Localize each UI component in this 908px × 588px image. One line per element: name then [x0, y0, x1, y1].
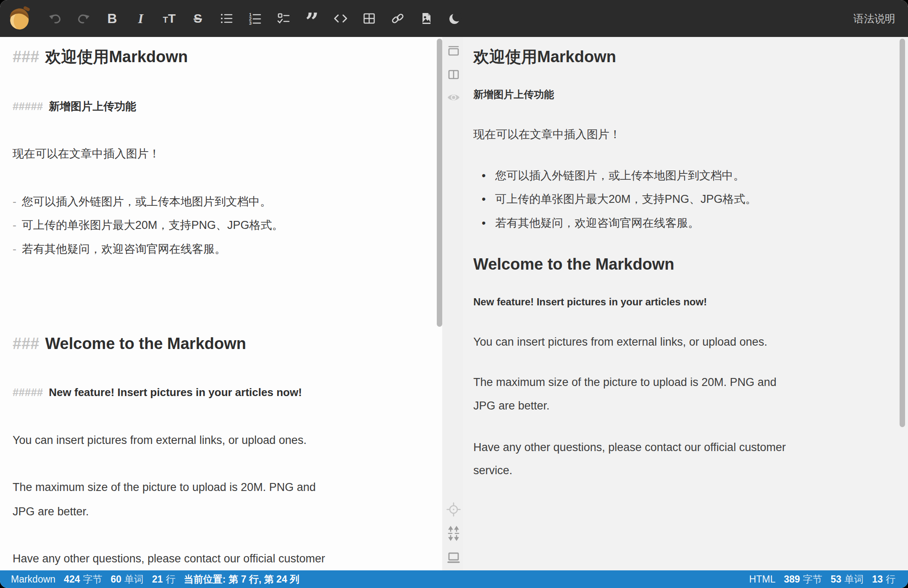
- app-window: B I TT S: [0, 0, 908, 588]
- preview-paragraph: service.: [473, 459, 512, 482]
- code-icon: [332, 11, 349, 26]
- dark-mode-button[interactable]: [441, 0, 469, 37]
- source-format-label: Markdown: [11, 574, 55, 585]
- heading-icon: TT: [163, 11, 176, 26]
- pane-divider: [442, 37, 463, 570]
- caret-position: 当前位置:第 7 行, 第 24 列: [184, 573, 299, 586]
- image-icon: [419, 11, 434, 26]
- editor-scrollbar-thumb[interactable]: [437, 39, 442, 327]
- editor-text: Have any other questions, please contact…: [13, 552, 325, 565]
- markdown-editor[interactable]: ###欢迎使用Markdown #####新增图片上传功能 现在可以在文章中插入…: [0, 37, 442, 570]
- syntax-help-link[interactable]: 语法说明: [853, 12, 895, 26]
- output-format-label: HTML: [749, 574, 776, 585]
- status-right: HTML 389字节 53单词 13行: [749, 573, 895, 586]
- editor-text: JPG are better.: [13, 505, 89, 518]
- locate-cursor-button[interactable]: [446, 501, 462, 517]
- editor-text: Welcome to the Markdown: [45, 335, 246, 352]
- preview-heading: 新增图片上传功能: [473, 83, 554, 106]
- svg-text:3: 3: [249, 21, 252, 26]
- sync-scroll-icon: [446, 526, 461, 541]
- editor-text: The maximum size of the picture to uploa…: [13, 481, 316, 494]
- editor-text: You can insert pictures from external li…: [13, 434, 307, 446]
- md-list-marker: -: [13, 195, 16, 208]
- split-layout-button[interactable]: [446, 66, 462, 82]
- editor-line: The maximum size of the picture to uploa…: [13, 475, 316, 499]
- redo-button[interactable]: [69, 0, 98, 37]
- monitor-icon: [446, 550, 461, 565]
- editor-line: ###欢迎使用Markdown: [13, 42, 188, 72]
- table-icon: [362, 11, 377, 26]
- sync-scroll-button[interactable]: [446, 525, 462, 541]
- editor-text: 新增图片上传功能: [49, 100, 136, 113]
- code-button[interactable]: [326, 0, 355, 37]
- toolbar: B I TT S: [0, 0, 908, 37]
- status-left: Markdown 424字节 60单词 21行 当前位置:第 7 行, 第 24…: [11, 573, 299, 586]
- task-list-button[interactable]: [269, 0, 298, 37]
- editor-line: -若有其他疑问，欢迎咨询官网在线客服。: [13, 237, 226, 261]
- preview-text: 可上传的单张图片最大20M，支持PNG、JPG格式。: [495, 193, 757, 205]
- strikethrough-icon: S: [194, 11, 202, 26]
- table-button[interactable]: [355, 0, 383, 37]
- md-list-marker: -: [13, 243, 16, 255]
- bold-button[interactable]: B: [98, 0, 126, 37]
- editor-line: 现在可以在文章中插入图片！: [13, 142, 160, 166]
- preview-heading: 欢迎使用Markdown: [473, 42, 616, 72]
- editor-text: 欢迎使用Markdown: [45, 48, 188, 66]
- ordered-list-button[interactable]: 1 2 3: [241, 0, 269, 37]
- split-view-icon: [446, 67, 461, 81]
- link-button[interactable]: [383, 0, 412, 37]
- acorn-app-logo[interactable]: [6, 5, 32, 32]
- undo-button[interactable]: [41, 0, 69, 37]
- byte-count: 389字节: [784, 573, 822, 586]
- editor-text: New feature! Insert pictures in your art…: [49, 386, 302, 399]
- preview-toggle-button[interactable]: [446, 89, 462, 105]
- strikethrough-button[interactable]: S: [184, 0, 212, 37]
- preview-list-item: •可上传的单张图片最大20M，支持PNG、JPG格式。: [482, 187, 757, 211]
- italic-button[interactable]: I: [126, 0, 155, 37]
- bold-icon: B: [107, 11, 117, 26]
- preview-text: 您可以插入外链图片，或上传本地图片到文档中。: [495, 169, 745, 182]
- crosshair-icon: [446, 502, 461, 517]
- editor-line: #####New feature! Insert pictures in you…: [13, 380, 302, 404]
- editor-line: -可上传的单张图片最大20M，支持PNG、JPG格式。: [13, 213, 283, 237]
- unordered-list-button[interactable]: [212, 0, 241, 37]
- heading-button[interactable]: TT: [155, 0, 184, 37]
- italic-icon: I: [138, 11, 143, 26]
- moon-icon: [447, 11, 462, 26]
- line-count: 13行: [872, 573, 895, 586]
- editor-text: 现在可以在文章中插入图片！: [13, 147, 160, 160]
- eye-icon: [446, 90, 461, 105]
- preview-paragraph: The maximum size of the picture to uploa…: [473, 370, 777, 394]
- editor-line: -您可以插入外链图片，或上传本地图片到文档中。: [13, 189, 271, 214]
- editor-line: ###Welcome to the Markdown: [13, 328, 246, 359]
- editor-only-layout-button[interactable]: [446, 43, 462, 59]
- line-count: 21行: [152, 573, 176, 586]
- bullet-marker: •: [482, 211, 488, 235]
- quote-button[interactable]: ”: [298, 0, 326, 37]
- task-list-icon: [276, 11, 291, 26]
- byte-count: 424字节: [64, 573, 102, 586]
- presentation-mode-button[interactable]: [446, 549, 462, 565]
- preview-scrollbar-thumb[interactable]: [900, 39, 905, 427]
- editor-layout-icon: [446, 44, 461, 58]
- md-heading-marker: ###: [13, 335, 39, 352]
- image-button[interactable]: [412, 0, 441, 37]
- word-count: 60单词: [110, 573, 144, 586]
- redo-icon: [76, 11, 91, 26]
- preview-paragraph: Have any other questions, please contact…: [473, 436, 786, 459]
- md-heading-marker: #####: [13, 386, 43, 399]
- preview-list-item: •若有其他疑问，欢迎咨询官网在线客服。: [482, 211, 699, 235]
- preview-heading: New feature! Insert pictures in your art…: [473, 290, 707, 314]
- md-heading-marker: #####: [13, 100, 43, 113]
- editor-line: Have any other questions, please contact…: [13, 546, 325, 570]
- md-list-marker: -: [13, 219, 16, 231]
- status-bar: Markdown 424字节 60单词 21行 当前位置:第 7 行, 第 24…: [0, 570, 908, 588]
- unordered-list-icon: [219, 11, 234, 26]
- editor-text: 若有其他疑问，欢迎咨询官网在线客服。: [22, 243, 226, 255]
- preview-paragraph: 现在可以在文章中插入图片！: [473, 123, 621, 146]
- ordered-list-icon: 1 2 3: [247, 11, 262, 26]
- editor-line: #####新增图片上传功能: [13, 94, 136, 118]
- preview-heading: Welcome to the Markdown: [473, 249, 674, 279]
- preview-text: 若有其他疑问，欢迎咨询官网在线客服。: [495, 217, 699, 229]
- preview-paragraph: JPG are better.: [473, 394, 550, 417]
